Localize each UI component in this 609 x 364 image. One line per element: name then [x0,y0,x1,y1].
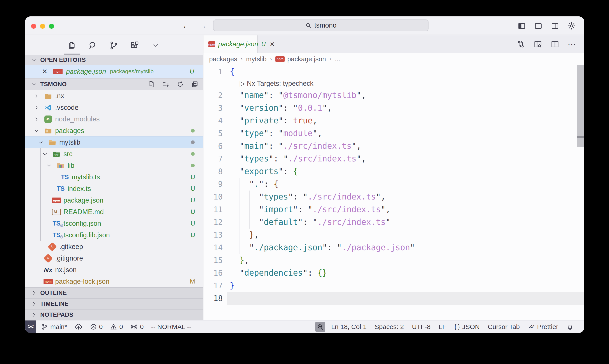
breadcrumb-item[interactable]: mytslib [246,55,266,63]
open-editors-header[interactable]: OPEN EDITORS [25,55,203,65]
activity-bar [25,35,203,55]
zoom-window-button[interactable] [49,24,54,29]
panel-header-timeline[interactable]: TIMELINE [25,298,203,309]
activity-chevron-down-button[interactable] [150,36,162,55]
codelens-nx-targets[interactable]: ▷ Nx Targets: typecheck [203,78,584,89]
tree-item-label: package.json [64,196,104,204]
open-preview-button[interactable] [533,39,543,49]
panel-left-button[interactable] [517,21,527,31]
collapse-all-button[interactable] [190,80,199,89]
tree-item-mytslib-ts[interactable]: TS mytslib.tsU [25,171,203,183]
more-actions-button[interactable]: ⋯ [567,39,577,49]
tree-item-nx-json[interactable]: Nx nx.json [25,264,203,276]
packages-folder-icon [44,127,52,135]
status-lf[interactable]: LF [436,321,448,333]
breadcrumb-item[interactable]: packages [209,55,237,63]
panel-header-outline[interactable]: OUTLINE [25,287,203,298]
status-0[interactable]: 0 [128,321,146,333]
status-main[interactable]: main* [39,321,69,333]
status-cloud-upload[interactable] [72,321,85,333]
navigate-back-button[interactable]: ← [182,21,191,31]
code-line-13[interactable]: 13 }, [203,229,584,241]
project-root-header[interactable]: TSMONO [25,78,203,90]
tree-item-readme-md[interactable]: M↓ README.mdU [25,206,203,218]
activity-extensions-button[interactable] [129,36,141,55]
command-center-search[interactable]: tsmono [213,19,428,31]
status-spaces-2[interactable]: Spaces: 2 [373,321,406,333]
code-line-17[interactable]: 17} [203,279,584,292]
status-0[interactable]: 0 [108,321,125,333]
code-line-10[interactable]: 10 "types": "./src/index.ts", [203,191,584,203]
close-window-button[interactable] [31,24,36,29]
status-prettier[interactable]: ✓✓Prettier [526,321,560,333]
status-normal[interactable]: -- NORMAL -- [149,321,194,333]
status-utf-8[interactable]: UTF-8 [410,321,433,333]
breadcrumb-item[interactable]: npm package.json [275,55,326,63]
activity-source-control-button[interactable] [108,36,120,55]
minimize-window-button[interactable] [40,24,45,29]
zoom-magnifier-button[interactable] [315,322,325,332]
code-line-4[interactable]: 4 "private": true, [203,114,584,127]
scrollbar-thumb[interactable] [577,65,584,147]
code-line-14[interactable]: 14 "./package.json": "./package.json" [203,241,584,254]
status-json[interactable]: { }JSON [452,321,482,333]
status-bell[interactable] [564,321,576,333]
panel-right-button[interactable] [550,21,560,31]
code-line-1[interactable]: 1{ [203,65,584,78]
tree-item-package-lock-json[interactable]: npm package-lock.jsonM [25,276,203,287]
warning-triangle-icon [110,323,117,330]
code-line-2[interactable]: 2 "name": "@tsmono/mytslib", [203,89,584,102]
tree-item-index-ts[interactable]: TS index.tsU [25,183,203,195]
search-value: tsmono [314,21,337,29]
tab-close-button[interactable]: ✕ [270,41,275,48]
code-area[interactable]: 1{▷ Nx Targets: typecheck2 "name": "@tsm… [203,65,584,320]
status-0[interactable]: 0 [88,321,105,333]
code-line-3[interactable]: 3 "version": "0.0.1", [203,102,584,114]
code-line-11[interactable]: 11 "import": "./src/index.ts", [203,203,584,216]
status-cursor-tab[interactable]: Cursor Tab [486,321,522,333]
line-number: 6 [203,140,223,153]
panel-header-notepads[interactable]: NOTEPADS [25,309,203,320]
git-status-dot [191,141,195,144]
new-file-button[interactable] [147,80,156,89]
new-folder-button[interactable] [161,80,170,89]
activity-explorer-button[interactable] [66,36,78,55]
refresh-button[interactable] [176,80,185,89]
tree-item--vscode[interactable]: .vscode [25,102,203,113]
status-ln-18-col-1[interactable]: Ln 18, Col 1 [329,321,369,333]
compare-changes-button[interactable] [516,39,526,49]
navigate-forward-button[interactable]: → [198,21,207,31]
panel-bottom-button[interactable] [533,21,543,31]
code-line-18[interactable]: 18 [203,292,584,305]
tree-item-src[interactable]: </> src [25,148,203,160]
tree-item-tsconfig-lib-json[interactable]: TS⚙ tsconfig.lib.jsonU [25,229,203,241]
tree-item-mytslib[interactable]: mytslib [25,136,203,148]
code-line-8[interactable]: 8 "exports": { [203,165,584,178]
tree-item-packages[interactable]: packages [25,125,203,136]
code-line-5[interactable]: 5 "type": "module", [203,127,584,140]
code-line-15[interactable]: 15 }, [203,254,584,267]
code-line-12[interactable]: 12 "default": "./src/index.ts" [203,216,584,229]
tree-item-package-json[interactable]: npm package.jsonU [25,195,203,206]
tree-item-node-modules[interactable]: JS node_modules [25,113,203,125]
status-label: LF [439,323,446,331]
split-editor-button[interactable] [550,39,560,49]
activity-search-button[interactable] [87,36,99,55]
tree-item-lib[interactable]: lib [25,160,203,171]
tab-package-json[interactable]: npm package.json U ✕ [203,35,258,53]
settings-gear-button[interactable] [567,21,576,31]
tree-item-label: .gitkeep [59,243,83,251]
close-editor-icon[interactable]: ✕ [42,68,48,75]
tree-item--gitignore[interactable]: ⑂ .gitignore [25,252,203,264]
code-line-7[interactable]: 7 "types": "./src/index.ts", [203,153,584,165]
vscode-icon [44,104,52,112]
tree-item--nx[interactable]: .nx [25,90,203,102]
breadcrumb-item[interactable]: ... [335,55,340,63]
code-line-16[interactable]: 16 "dependencies": {} [203,267,584,279]
tree-item--gitkeep[interactable]: ⑂ .gitkeep [25,241,203,252]
open-editor-item[interactable]: ✕ npm package.json packages/mytslib U [25,65,203,78]
remote-indicator[interactable]: >< [25,321,36,333]
code-line-6[interactable]: 6 "main": "./src/index.ts", [203,140,584,153]
tree-item-tsconfig-json[interactable]: TS⚙ tsconfig.jsonU [25,218,203,229]
code-line-9[interactable]: 9 ".": { [203,178,584,191]
